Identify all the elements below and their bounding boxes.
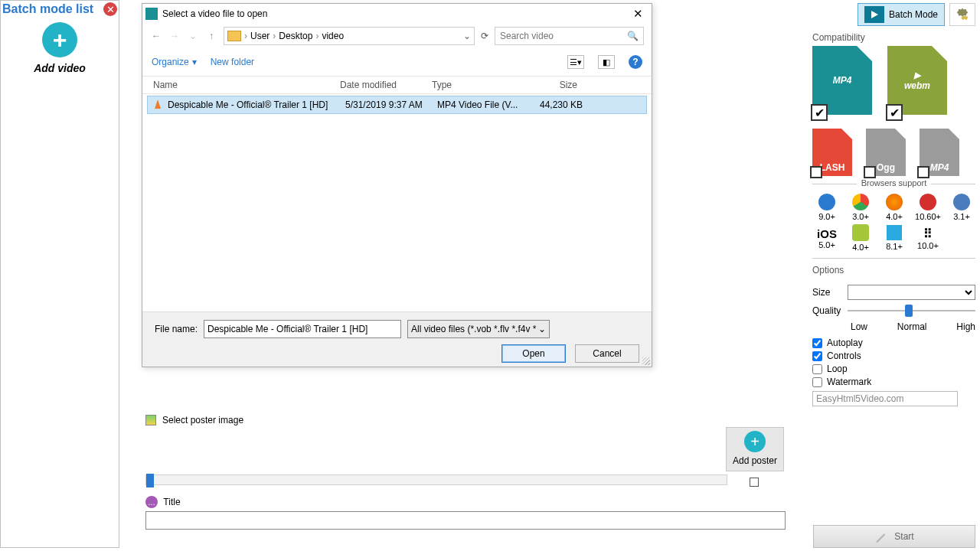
dialog-titlebar[interactable]: Select a video file to open ✕ — [142, 4, 652, 24]
watermark-input[interactable] — [812, 391, 958, 406]
checkbox-icon[interactable] — [917, 166, 929, 178]
file-open-dialog: Select a video file to open ✕ ← → ⌄ ↑ ›U… — [142, 3, 652, 367]
gear-icon — [954, 6, 971, 23]
file-name-input[interactable] — [204, 320, 401, 338]
checkbox-icon[interactable]: ✔ — [886, 104, 903, 121]
folder-icon — [227, 31, 241, 41]
controls-checkbox[interactable]: Controls — [812, 350, 975, 361]
col-size[interactable]: Size — [522, 80, 583, 90]
file-name: Despicable Me - Official® Trailer 1 [HD] — [168, 99, 345, 110]
add-video-label: Add video — [14, 62, 106, 74]
browser-opera: 10.60+ — [913, 194, 942, 221]
browser-safari: 3.1+ — [947, 194, 976, 221]
platform-android: 4.0+ — [846, 224, 875, 252]
checkbox-icon[interactable]: ✔ — [811, 104, 828, 121]
file-list-header[interactable]: Name Date modified Type Size — [142, 76, 652, 94]
file-size: 44,230 KB — [528, 99, 589, 110]
poster-section: Select poster image — [145, 415, 789, 425]
browser-ie: 9.0+ — [812, 194, 841, 221]
platform-windows: 8.1+ — [880, 225, 909, 251]
browser-chrome: 3.0+ — [846, 194, 875, 221]
file-type-filter[interactable]: All video files (*.vob *.flv *.f4v * ⌄ — [407, 320, 550, 338]
close-icon[interactable]: ✕ — [103, 2, 117, 16]
browser-firefox: 4.0+ — [880, 194, 909, 221]
nav-forward-icon[interactable]: → — [168, 31, 181, 41]
film-icon — [864, 6, 884, 23]
title-section: … Title — [145, 496, 787, 530]
add-poster-button[interactable]: + Add poster — [726, 427, 784, 471]
title-input[interactable] — [145, 511, 786, 530]
preview-pane-icon[interactable]: ◧ — [598, 55, 615, 69]
organize-menu[interactable]: Organize▾ — [152, 57, 197, 67]
watermark-checkbox[interactable]: Watermark — [812, 377, 975, 387]
quality-slider[interactable] — [848, 303, 975, 318]
batch-mode-button[interactable]: Batch Mode — [858, 3, 945, 26]
add-video-button[interactable]: + Add video — [14, 22, 106, 74]
chevron-down-icon[interactable]: ⌄ — [463, 31, 471, 41]
chevron-down-icon[interactable]: ⌄ — [187, 31, 199, 41]
cancel-button[interactable]: Cancel — [575, 344, 639, 363]
quality-tick-high: High — [956, 321, 975, 332]
title-label: Title — [163, 497, 180, 507]
title-icon: … — [145, 496, 158, 508]
format-mp4low[interactable]: MP4 — [920, 129, 959, 176]
wand-icon — [874, 530, 888, 543]
quality-label: Quality — [812, 305, 843, 316]
quality-tick-low: Low — [851, 321, 867, 332]
col-name[interactable]: Name — [142, 80, 340, 90]
col-date[interactable]: Date modified — [340, 80, 432, 90]
search-icon: 🔍 — [627, 31, 639, 41]
vlc-icon — [152, 99, 163, 110]
app-icon — [145, 8, 158, 20]
new-folder-button[interactable]: New folder — [211, 57, 254, 67]
open-button[interactable]: Open — [501, 344, 566, 363]
start-label: Start — [894, 531, 913, 542]
format-flash[interactable]: LASH✔ — [812, 129, 852, 176]
file-date: 5/31/2019 9:37 AM — [345, 99, 437, 110]
file-row[interactable]: Despicable Me - Official® Trailer 1 [HD]… — [147, 96, 647, 114]
timeline-handle[interactable] — [146, 474, 154, 487]
image-icon — [145, 415, 156, 425]
close-icon[interactable]: ✕ — [627, 6, 648, 21]
format-mp4[interactable]: MP4 ✔ — [812, 46, 877, 119]
right-panel: Batch Mode Compatibility MP4 ✔ ▶webm ✔ L… — [808, 0, 980, 551]
platform-blackberry: ⠿10.0+ — [913, 227, 942, 250]
poster-timeline[interactable] — [145, 474, 727, 485]
chevron-down-icon: ⌄ — [538, 324, 546, 334]
sidebar-title: Batch mode list — [2, 2, 93, 16]
address-bar[interactable]: ›User ›Desktop ›video ⌄ — [224, 27, 475, 45]
dialog-title: Select a video file to open — [162, 8, 267, 19]
browsers-support-label: Browsers support — [857, 178, 932, 187]
size-label: Size — [812, 287, 843, 298]
quality-tick-normal: Normal — [897, 321, 927, 332]
nav-up-icon[interactable]: ↑ — [205, 31, 217, 41]
autoplay-checkbox[interactable]: Autoplay — [812, 337, 975, 348]
size-select[interactable] — [848, 285, 975, 300]
plus-icon: + — [744, 431, 766, 452]
refresh-icon[interactable]: ⟳ — [481, 31, 488, 41]
settings-button[interactable] — [949, 3, 975, 26]
add-poster-label: Add poster — [727, 455, 783, 466]
resize-grip-icon[interactable] — [642, 357, 650, 365]
loop-checkbox[interactable]: Loop — [812, 364, 975, 374]
help-icon[interactable]: ? — [629, 55, 642, 69]
options-label: Options — [812, 265, 980, 276]
batch-mode-label: Batch Mode — [889, 9, 938, 20]
batch-list-sidebar: Batch mode list ✕ + Add video — [0, 0, 119, 548]
format-ogg[interactable]: Ogg — [866, 129, 906, 176]
nav-back-icon[interactable]: ← — [150, 31, 162, 41]
chevron-down-icon: ▾ — [192, 57, 197, 67]
start-button[interactable]: Start — [813, 525, 975, 548]
col-type[interactable]: Type — [432, 80, 522, 90]
search-input[interactable]: 🔍 — [495, 27, 644, 45]
select-poster-label: Select poster image — [162, 415, 243, 425]
format-webm[interactable]: ▶webm ✔ — [887, 46, 952, 119]
checkbox-icon[interactable] — [864, 166, 876, 178]
poster-checkbox[interactable] — [750, 478, 759, 487]
view-options-icon[interactable]: ☰▾ — [567, 55, 584, 69]
compatibility-label: Compatibility — [812, 32, 980, 43]
plus-icon: + — [42, 22, 77, 57]
checkbox-icon[interactable]: ✔ — [810, 166, 822, 178]
platform-ios: iOS5.0+ — [812, 227, 841, 249]
file-name-label: File name: — [155, 324, 198, 334]
